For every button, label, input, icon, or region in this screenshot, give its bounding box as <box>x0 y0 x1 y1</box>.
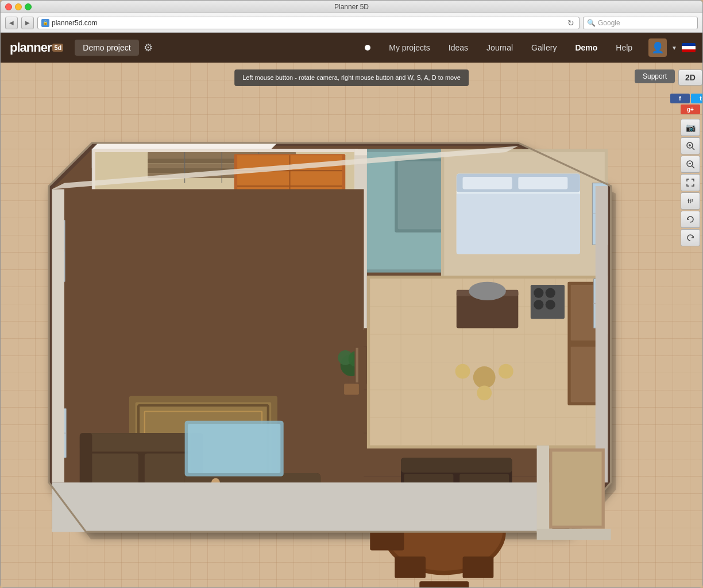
nav-dot <box>365 45 370 51</box>
settings-button[interactable]: ⚙ <box>144 41 153 54</box>
svg-line-147 <box>692 148 694 150</box>
camera-button[interactable]: 📷 <box>681 119 700 136</box>
redo-button[interactable] <box>681 229 700 246</box>
maximize-dot[interactable] <box>25 3 32 10</box>
back-button[interactable]: ◀ <box>5 17 18 29</box>
svg-marker-143 <box>552 451 601 525</box>
svg-rect-126 <box>401 458 512 473</box>
svg-point-85 <box>477 385 492 400</box>
zoom-in-icon <box>686 141 695 150</box>
user-avatar[interactable]: 👤 <box>648 38 667 57</box>
svg-rect-115 <box>344 384 359 394</box>
undo-button[interactable] <box>681 211 700 228</box>
svg-rect-120 <box>395 556 426 578</box>
address-bar[interactable]: 🔒 planner5d.com ↻ <box>37 17 580 29</box>
nav-help[interactable]: Help <box>607 33 642 63</box>
svg-point-83 <box>499 364 513 379</box>
canvas-area[interactable]: Left mouse button - rotate camera, right… <box>1 63 702 587</box>
measure-button[interactable]: ft² <box>681 192 700 210</box>
refresh-button[interactable]: ↻ <box>566 18 575 28</box>
logo-container: planner 5d <box>10 40 63 55</box>
twitter-button[interactable]: t <box>691 94 702 103</box>
svg-rect-48 <box>463 177 512 189</box>
svg-line-151 <box>692 166 694 168</box>
nav-my-projects[interactable]: My projects <box>380 33 439 63</box>
nav-demo[interactable]: Demo <box>566 33 607 63</box>
floorplan-3d <box>1 63 702 587</box>
svg-rect-144 <box>537 446 550 532</box>
search-bar[interactable]: 🔍 Google <box>583 17 698 29</box>
canvas-tooltip: Left mouse button - rotate camera, right… <box>234 69 469 86</box>
support-button[interactable]: Support <box>635 69 675 83</box>
svg-rect-108 <box>188 424 280 473</box>
browser-toolbar: ◀ ▶ 🔒 planner5d.com ↻ 🔍 Google <box>1 13 702 33</box>
forward-button[interactable]: ▶ <box>21 17 34 29</box>
svg-rect-49 <box>518 177 567 189</box>
redo-icon <box>686 233 695 242</box>
svg-marker-138 <box>52 482 564 532</box>
social-section: f t g+ <box>670 94 702 114</box>
svg-point-78 <box>534 288 543 297</box>
nav-links: My projects Ideas Journal Gallery Demo H… <box>380 33 642 63</box>
browser-titlebar: Planner 5D <box>1 1 702 13</box>
svg-rect-145 <box>537 529 611 540</box>
project-name[interactable]: Demo project <box>75 40 138 56</box>
svg-marker-139 <box>596 186 608 482</box>
view-2d-button[interactable]: 2D <box>678 69 702 86</box>
secure-icon: 🔒 <box>41 19 49 27</box>
browser-window: Planner 5D ◀ ▶ 🔒 planner5d.com ↻ 🔍 Googl… <box>0 0 703 588</box>
logo-text: planner <box>10 40 51 55</box>
search-placeholder: Google <box>598 19 620 27</box>
user-dropdown-arrow[interactable]: ▼ <box>671 45 677 51</box>
svg-rect-121 <box>463 556 494 578</box>
app-container: planner 5d Demo project ⚙ My projects Id… <box>1 33 702 587</box>
minimize-dot[interactable] <box>15 3 22 10</box>
camera-icon: 📷 <box>686 123 696 132</box>
svg-marker-52 <box>354 149 367 156</box>
search-icon: 🔍 <box>587 19 596 27</box>
svg-point-80 <box>534 300 543 310</box>
nav-ideas[interactable]: Ideas <box>439 33 477 63</box>
svg-marker-137 <box>52 189 64 482</box>
nav-journal[interactable]: Journal <box>477 33 522 63</box>
svg-point-73 <box>469 282 506 300</box>
facebook-button[interactable]: f <box>670 94 690 103</box>
svg-point-79 <box>546 288 555 297</box>
svg-rect-76 <box>571 347 598 403</box>
svg-rect-130 <box>356 348 358 382</box>
svg-rect-122 <box>419 581 469 587</box>
svg-point-81 <box>546 300 555 310</box>
fullscreen-button[interactable] <box>681 174 700 191</box>
zoom-out-icon <box>686 160 695 169</box>
facebook-twitter-row: f t <box>670 94 702 103</box>
svg-point-82 <box>473 366 496 389</box>
language-flag[interactable] <box>682 43 696 52</box>
user-area: 👤 ▼ <box>642 38 702 57</box>
main-content: Left mouse button - rotate camera, right… <box>1 63 702 587</box>
nav-gallery[interactable]: Gallery <box>522 33 566 63</box>
googleplus-button[interactable]: g+ <box>681 105 700 114</box>
zoom-out-button[interactable] <box>681 156 700 173</box>
page-title: Planner 5D <box>334 3 369 11</box>
app-navbar: planner 5d Demo project ⚙ My projects Id… <box>1 33 702 63</box>
right-toolbar: f t g+ 📷 <box>678 90 702 250</box>
address-text: planner5d.com <box>52 19 97 27</box>
zoom-in-button[interactable] <box>681 137 700 154</box>
window-controls <box>5 3 32 10</box>
close-dot[interactable] <box>5 3 12 10</box>
logo-badge: 5d <box>52 44 63 52</box>
measure-label: ft² <box>687 198 693 204</box>
fullscreen-icon <box>686 178 695 187</box>
svg-rect-50 <box>457 194 580 254</box>
undo-icon <box>686 215 695 224</box>
svg-point-84 <box>455 364 470 379</box>
